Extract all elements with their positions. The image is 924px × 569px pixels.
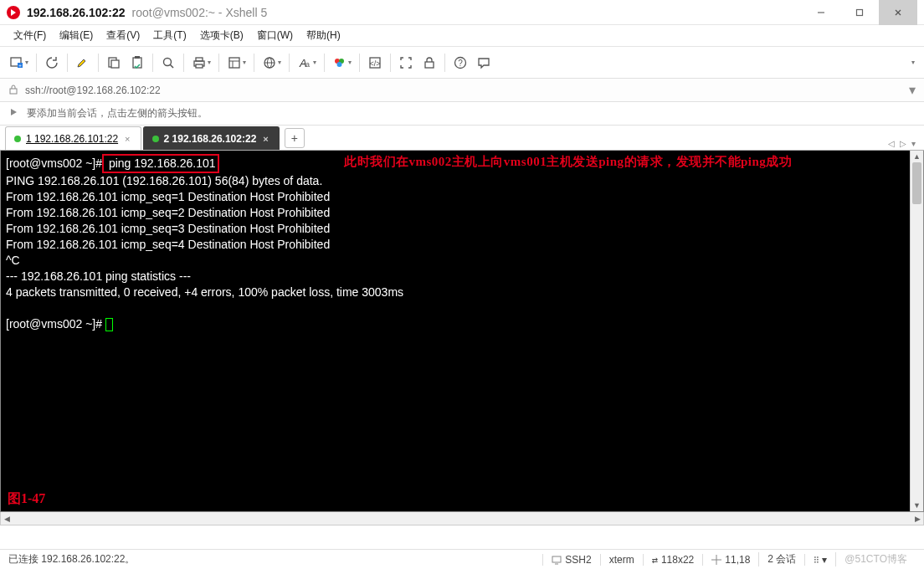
tabbar: 1 192.168.26.101:22 × 2 192.168.26.102:2… — [0, 126, 924, 151]
tab-scroll-right-icon[interactable]: ▷ — [898, 137, 908, 150]
tab-label: 1 192.168.26.101:22 — [26, 133, 118, 145]
chevron-down-icon[interactable]: ▾ — [822, 554, 827, 566]
scroll-left-icon[interactable]: ◀ — [1, 512, 13, 525]
prompt: [root@vms002 ~]# — [6, 317, 105, 331]
tab-close-icon[interactable]: × — [263, 134, 268, 144]
svg-text:?: ? — [458, 59, 463, 68]
tab-add-button[interactable]: + — [285, 128, 305, 148]
status-sessions: 2 会话 — [758, 552, 804, 566]
menu-help[interactable]: 帮助(H) — [301, 27, 346, 44]
terminal-line: From 192.168.26.101 icmp_seq=3 Destinati… — [6, 222, 330, 235]
annotation-text: 此时我们在vms002主机上向vms001主机发送ping的请求，发现并不能pi… — [344, 154, 792, 170]
scroll-up-icon[interactable]: ▲ — [911, 151, 923, 162]
svg-line-12 — [170, 64, 173, 68]
toolbar-overflow-button[interactable]: ▾ — [906, 50, 919, 75]
tab-scroll: ◁ ▷ ▾ — [886, 137, 917, 150]
tab-label: 2 192.168.26.102:22 — [164, 133, 257, 145]
language-button[interactable]: ▾ — [258, 50, 285, 75]
script-button[interactable]: </> — [363, 50, 387, 75]
status-size: ⇄118x22 — [643, 554, 703, 566]
feedback-button[interactable] — [472, 50, 495, 75]
fullscreen-button[interactable] — [394, 50, 418, 75]
color-button[interactable]: ▾ — [328, 50, 356, 75]
svg-text:</>: </> — [369, 59, 380, 68]
titlebar: 192.168.26.102:22 root@vms002:~ - Xshell… — [0, 0, 924, 25]
menu-edit[interactable]: 编辑(E) — [54, 27, 98, 44]
protocol-icon — [552, 555, 562, 565]
svg-rect-8 — [111, 60, 119, 68]
tab-session-2[interactable]: 2 192.168.26.102:22 × — [143, 126, 280, 150]
watermark: @51CTO博客 — [835, 552, 916, 566]
terminal-line: ^C — [6, 254, 20, 267]
figure-label: 图1-47 — [8, 490, 45, 506]
window-controls — [802, 0, 917, 25]
statusbar: 已连接 192.168.26.102:22。 SSH2 xterm ⇄118x2… — [0, 549, 924, 569]
reconnect-button[interactable] — [40, 50, 64, 75]
status-dot-icon — [14, 136, 21, 142]
svg-rect-10 — [135, 56, 140, 59]
paste-button[interactable] — [126, 50, 149, 75]
print-button[interactable]: ▾ — [187, 50, 215, 75]
toolbar: +▾ ▾ ▾ ▾ Aa▾ ▾ </> ? ▾ — [0, 47, 924, 79]
address-dropdown-icon[interactable]: ▾ — [909, 82, 916, 98]
menubar: 文件(F) 编辑(E) 查看(V) 工具(T) 选项卡(B) 窗口(W) 帮助(… — [0, 25, 924, 47]
prompt: [root@vms002 ~]# — [6, 156, 102, 170]
menu-tools[interactable]: 工具(T) — [148, 27, 191, 44]
lock-icon — [8, 83, 18, 98]
find-button[interactable] — [157, 50, 180, 75]
infobar: 要添加当前会话，点击左侧的箭头按钮。 — [0, 102, 924, 126]
address-url[interactable]: ssh://root@192.168.26.102:22 — [25, 85, 902, 96]
svg-point-26 — [337, 62, 342, 67]
lock-button[interactable] — [418, 50, 441, 75]
horizontal-scrollbar[interactable]: ◀ ▶ — [0, 512, 924, 525]
app-logo-icon — [7, 6, 20, 19]
properties-button[interactable]: ▾ — [223, 50, 250, 75]
status-term: xterm — [600, 554, 643, 566]
status-extra: ⁝⁝ ▾ — [804, 554, 835, 566]
cursor-pos-icon — [711, 555, 721, 565]
terminal-line: PING 192.168.26.101 (192.168.26.101) 56(… — [6, 174, 322, 187]
svg-rect-1 — [857, 9, 863, 15]
status-dot-icon — [152, 136, 159, 142]
status-cursor: 11,18 — [702, 554, 758, 566]
status-left: 已连接 192.168.26.102:22。 — [8, 552, 542, 566]
tab-scroll-left-icon[interactable]: ◁ — [886, 137, 896, 150]
scroll-right-icon[interactable]: ▶ — [911, 512, 923, 525]
menu-window[interactable]: 窗口(W) — [252, 27, 298, 44]
terminal-line: --- 192.168.26.101 ping statistics --- — [6, 269, 191, 283]
addressbar: ssh://root@192.168.26.102:22 ▾ — [0, 79, 924, 102]
menu-tabs[interactable]: 选项卡(B) — [195, 27, 249, 44]
font-button[interactable]: Aa▾ — [293, 50, 321, 75]
terminal-line: From 192.168.26.101 icmp_seq=4 Destinati… — [6, 238, 330, 251]
highlight-button[interactable] — [71, 50, 95, 75]
tab-menu-icon[interactable]: ▾ — [910, 137, 917, 150]
add-session-arrow-icon[interactable] — [8, 106, 20, 120]
status-protocol: SSH2 — [542, 554, 599, 566]
svg-rect-32 — [10, 89, 17, 94]
new-session-button[interactable]: +▾ — [5, 50, 33, 75]
close-button[interactable] — [879, 0, 917, 25]
minimize-button[interactable] — [802, 0, 840, 25]
terminal-line: From 192.168.26.101 icmp_seq=1 Destinati… — [6, 190, 330, 203]
vertical-scrollbar[interactable]: ▲ ▼ — [910, 151, 923, 511]
cursor-icon — [105, 318, 113, 331]
menu-file[interactable]: 文件(F) — [8, 27, 51, 44]
help-button[interactable]: ? — [449, 50, 472, 75]
title-rest: root@vms002:~ - Xshell 5 — [132, 6, 268, 19]
terminal-line: 4 packets transmitted, 0 received, +4 er… — [6, 285, 403, 299]
tab-close-icon[interactable]: × — [125, 134, 130, 144]
maximize-button[interactable] — [840, 0, 879, 25]
copy-button[interactable] — [102, 50, 126, 75]
svg-rect-14 — [196, 58, 203, 61]
tab-session-1[interactable]: 1 192.168.26.101:22 × — [5, 126, 141, 150]
svg-rect-29 — [425, 62, 434, 68]
command-highlight: ping 192.168.26.101 — [102, 154, 219, 173]
menu-view[interactable]: 查看(V) — [101, 27, 145, 44]
title-address: 192.168.26.102:22 — [27, 6, 126, 19]
terminal-wrap: [root@vms002 ~]# ping 192.168.26.101 PIN… — [0, 151, 924, 512]
scroll-down-icon[interactable]: ▼ — [911, 500, 923, 511]
terminal-line: From 192.168.26.101 icmp_seq=2 Destinati… — [6, 206, 330, 219]
scroll-thumb[interactable] — [912, 162, 921, 204]
terminal[interactable]: [root@vms002 ~]# ping 192.168.26.101 PIN… — [1, 151, 923, 511]
svg-text:a: a — [305, 60, 310, 69]
